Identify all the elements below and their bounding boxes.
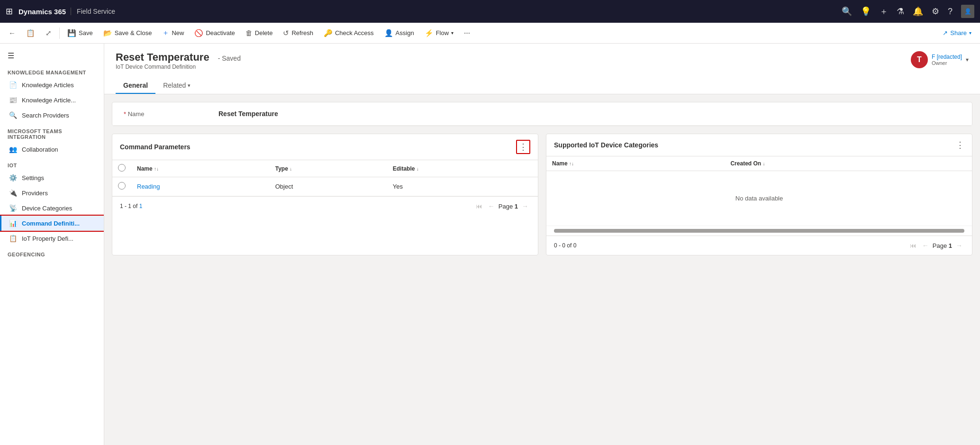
expand-button[interactable]: ⤢ xyxy=(41,26,56,40)
sidebar-item-label: Settings xyxy=(22,174,44,182)
user-avatar[interactable]: 👤 xyxy=(961,5,974,18)
sidebar-item-knowledge-articles[interactable]: 📄 Knowledge Articles xyxy=(0,77,104,92)
check-access-label: Check Access xyxy=(335,29,374,36)
tables-section: Command Parameters ⋮ Name ↑↓ xyxy=(104,134,980,263)
col-editable[interactable]: Editable ↓ xyxy=(387,160,538,177)
iot-table-header-row: Name ↑↓ Created On ↓ xyxy=(546,156,972,171)
name-value[interactable]: Reset Temperature xyxy=(218,110,278,118)
prev-page-button[interactable]: ← xyxy=(486,201,497,211)
save-button[interactable]: 💾 Save xyxy=(63,26,98,40)
right-commands: ↗ Share ▾ xyxy=(938,27,976,39)
sidebar-item-iot-property-defs[interactable]: 📋 IoT Property Defi... xyxy=(0,231,104,246)
row-name[interactable]: Reading xyxy=(131,177,270,196)
tab-general[interactable]: General xyxy=(116,78,155,94)
top-navigation: ⊞ Dynamics 365 Field Service 🔍 💡 ＋ ⚗ 🔔 ⚙… xyxy=(0,0,980,23)
plus-icon[interactable]: ＋ xyxy=(880,6,888,17)
sidebar-item-device-categories[interactable]: 📡 Device Categories xyxy=(0,200,104,216)
iot-first-page-button[interactable]: ⏮ xyxy=(908,241,918,250)
checkbox-header[interactable] xyxy=(112,160,131,177)
sidebar-item-settings[interactable]: ⚙️ Settings xyxy=(0,170,104,185)
row-checkbox[interactable] xyxy=(112,177,131,196)
flow-button[interactable]: ⚡ Flow ▾ xyxy=(420,26,458,40)
supported-iot-header: Supported IoT Device Categories ⋮ xyxy=(546,134,972,156)
table-row: Reading Object Yes xyxy=(112,177,538,196)
sidebar-item-command-definitions[interactable]: 📊 Command Definiti... xyxy=(0,216,104,231)
more-button[interactable]: ⋯ xyxy=(459,27,475,39)
pagination-controls: ⏮ ← Page 1 → xyxy=(474,201,530,211)
iot-page-label: Page 1 xyxy=(933,242,952,249)
owner-name[interactable]: F [redacted] xyxy=(932,54,962,60)
refresh-icon: ↺ xyxy=(283,29,289,37)
content-area: Reset Temperature - Saved IoT Device Com… xyxy=(104,44,980,445)
command-parameters-panel: Command Parameters ⋮ Name ↑↓ xyxy=(112,134,538,255)
tab-related[interactable]: Related ▾ xyxy=(155,78,198,94)
app-grid-icon[interactable]: ⊞ xyxy=(6,6,13,17)
check-access-button[interactable]: 🔑 Check Access xyxy=(319,26,379,40)
delete-button[interactable]: 🗑 Delete xyxy=(241,26,278,40)
expand-icon: ⤢ xyxy=(45,29,52,37)
supported-iot-more-icon[interactable]: ⋮ xyxy=(956,140,964,150)
command-parameters-more-icon[interactable]: ⋮ xyxy=(516,140,530,154)
lightbulb-icon[interactable]: 💡 xyxy=(861,6,871,17)
pagination-total-link[interactable]: 1 xyxy=(139,203,143,209)
filter-icon[interactable]: ⚗ xyxy=(897,6,904,17)
refresh-button[interactable]: ↺ Refresh xyxy=(278,26,318,40)
command-definitions-icon: 📊 xyxy=(9,219,17,227)
sidebar-item-knowledge-articles-2[interactable]: 📰 Knowledge Article... xyxy=(0,92,104,108)
row-checkbox-circle[interactable] xyxy=(118,182,126,190)
no-data-row: No data available xyxy=(546,171,972,226)
header-checkbox[interactable] xyxy=(118,164,126,172)
gear-icon[interactable]: ⚙ xyxy=(932,6,939,17)
new-button[interactable]: ＋ New xyxy=(157,26,189,40)
horizontal-scrollbar[interactable] xyxy=(554,229,964,233)
iot-created-sort-icon: ↓ xyxy=(762,161,765,166)
sidebar-item-label: Collaboration xyxy=(22,146,58,153)
sidebar-item-search-providers[interactable]: 🔍 Search Providers xyxy=(0,108,104,123)
col-type[interactable]: Type ↓ xyxy=(270,160,387,177)
iot-pagination-controls: ⏮ ← Page 1 → xyxy=(908,241,964,250)
sidebar-hamburger[interactable]: ☰ xyxy=(0,47,104,64)
brand: Dynamics 365 Field Service xyxy=(18,8,115,16)
top-nav-icons: 🔍 💡 ＋ ⚗ 🔔 ⚙ ? 👤 xyxy=(842,5,974,18)
horizontal-scroll-area xyxy=(546,226,972,236)
tab-related-label: Related xyxy=(163,82,186,89)
sidebar-item-label: Command Definiti... xyxy=(22,220,80,227)
iot-pagination-info: 0 - 0 of 0 xyxy=(554,242,576,249)
sidebar-item-providers[interactable]: 🔌 Providers xyxy=(0,185,104,200)
iot-col-created-on[interactable]: Created On ↓ xyxy=(725,156,972,171)
sidebar-item-label: Providers xyxy=(22,190,48,197)
device-categories-icon: 📡 xyxy=(9,204,17,212)
iot-col-name[interactable]: Name ↑↓ xyxy=(546,156,725,171)
help-icon[interactable]: ? xyxy=(948,7,953,17)
scrollbar-thumb xyxy=(554,229,964,233)
col-name[interactable]: Name ↑↓ xyxy=(131,160,270,177)
navigation-buttons: ← 📋 ⤢ xyxy=(4,26,56,40)
deactivate-button[interactable]: 🚫 Deactivate xyxy=(190,26,239,40)
no-data-cell: No data available xyxy=(546,171,972,226)
settings-icon: ⚙️ xyxy=(9,174,17,182)
no-data-message: No data available xyxy=(552,176,966,221)
bell-icon[interactable]: 🔔 xyxy=(913,6,923,17)
share-icon: ↗ xyxy=(943,29,948,36)
supported-iot-panel: Supported IoT Device Categories ⋮ Name ↑… xyxy=(546,134,972,255)
iot-next-page-button[interactable]: → xyxy=(954,241,964,250)
form-view-button[interactable]: 📋 xyxy=(21,26,40,40)
name-sort-icon: ↑↓ xyxy=(154,166,159,172)
owner-info: F [redacted] Owner xyxy=(932,54,962,66)
search-icon[interactable]: 🔍 xyxy=(842,6,852,17)
supported-iot-table: Name ↑↓ Created On ↓ No data available xyxy=(546,156,972,226)
owner-dropdown-icon[interactable]: ▾ xyxy=(966,56,969,63)
record-tabs: General Related ▾ xyxy=(116,78,969,94)
share-button[interactable]: ↗ Share ▾ xyxy=(938,27,976,39)
assign-button[interactable]: 👤 Assign xyxy=(380,26,419,40)
save-close-button[interactable]: 📂 Save & Close xyxy=(99,26,157,40)
sidebar-item-label: Device Categories xyxy=(22,205,72,212)
owner-avatar: T xyxy=(911,51,928,68)
first-page-button[interactable]: ⏮ xyxy=(474,201,484,211)
sidebar-item-label: Search Providers xyxy=(22,112,69,119)
next-page-button[interactable]: → xyxy=(520,201,530,211)
back-button[interactable]: ← xyxy=(4,26,20,40)
sidebar-item-collaboration[interactable]: 👥 Collaboration xyxy=(0,142,104,157)
iot-prev-page-button[interactable]: ← xyxy=(920,241,931,250)
save-label: Save xyxy=(79,29,93,36)
